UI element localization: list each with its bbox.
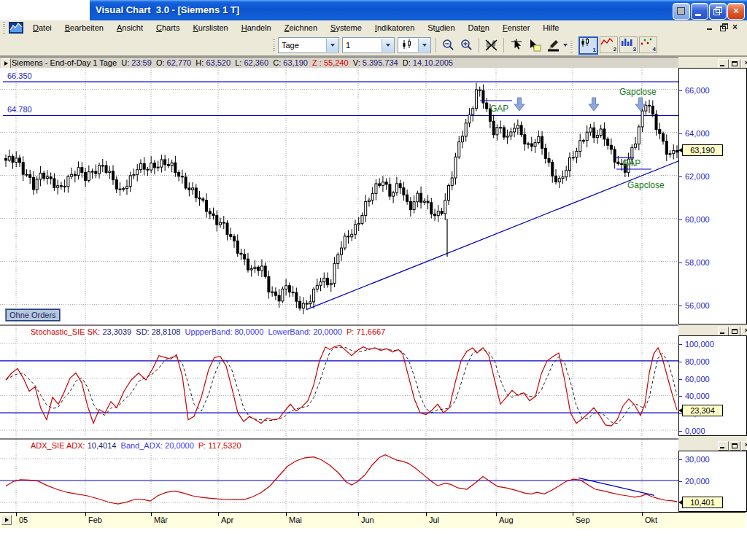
sd-line bbox=[6, 347, 677, 424]
chart-window-1-button[interactable]: 1 bbox=[578, 36, 598, 55]
toolbar: Tage 1 1234 bbox=[0, 35, 747, 55]
adx-chart-pane[interactable]: ADX_SIE ADX: 10,4014 Band_ADX: 20,0000 P… bbox=[0, 440, 678, 512]
header-segment: 20,0000 bbox=[163, 441, 198, 450]
app-icon[interactable] bbox=[9, 22, 23, 35]
restore-icon bbox=[710, 4, 726, 19]
menu-item-studien[interactable]: Studien bbox=[421, 22, 461, 34]
pointer-icon[interactable] bbox=[508, 38, 524, 53]
mdi-restore-icon[interactable] bbox=[719, 23, 728, 31]
time-axis-label: Okt bbox=[645, 516, 657, 524]
header-segment: 63,190 bbox=[281, 58, 312, 67]
time-axis-label: Jul bbox=[429, 516, 439, 524]
axis-label: 30,000 bbox=[685, 455, 710, 464]
sk-line bbox=[6, 345, 677, 426]
header-segment: ADX_SIE bbox=[31, 441, 66, 450]
menu-item-fenster[interactable]: Fenster bbox=[496, 22, 536, 34]
time-axis-tick bbox=[286, 513, 287, 516]
menu-item-systeme[interactable]: Systeme bbox=[324, 22, 368, 34]
gap-down-arrow-icon bbox=[589, 98, 599, 111]
mdi-window-controls: × bbox=[706, 23, 741, 31]
time-axis-label: Mär bbox=[154, 516, 168, 524]
toolbar-grip-handle[interactable] bbox=[273, 39, 275, 51]
menu-item-daten[interactable]: Daten bbox=[462, 22, 496, 34]
interval-combo-dropdown-icon[interactable] bbox=[382, 39, 394, 52]
header-segment: 23:59 bbox=[129, 58, 156, 67]
price-axis-column: × 56,00058,00060,00062,00064,00066,00063… bbox=[678, 57, 747, 512]
menu-item-zeichnen[interactable]: Zeichnen bbox=[278, 22, 324, 34]
candlestick-style-icon bbox=[398, 39, 418, 51]
time-axis-tick bbox=[218, 513, 219, 516]
mdi-minimize-icon[interactable] bbox=[706, 23, 715, 31]
axis-label: 66,000 bbox=[685, 86, 710, 95]
time-axis-label: Sep bbox=[576, 516, 590, 524]
toolbar-grip-handle[interactable] bbox=[570, 41, 573, 52]
chart-window-3-button[interactable]: 3 bbox=[619, 36, 638, 53]
header-segment: P: bbox=[198, 441, 206, 450]
header-segment: O: bbox=[156, 58, 165, 67]
svg-text:Gapclose: Gapclose bbox=[619, 87, 657, 97]
axis-tick-mark bbox=[679, 90, 682, 91]
header-segment: 63,520 bbox=[204, 58, 235, 67]
stochastic-axis[interactable]: 0,00020,00040,00060,00080,000100,00023,3… bbox=[678, 335, 747, 436]
minimize-button[interactable] bbox=[691, 3, 708, 20]
chart-window-4-button[interactable]: 4 bbox=[639, 36, 657, 53]
period-combo-dropdown-icon[interactable] bbox=[326, 39, 338, 52]
pointer-note-icon[interactable] bbox=[527, 38, 542, 53]
menu-items: DateiBearbeitenAnsichtChartsKurslistenHa… bbox=[26, 20, 565, 35]
interval-combo[interactable]: 1 bbox=[342, 37, 395, 53]
pane-minimize-icon[interactable] bbox=[718, 441, 729, 451]
zoom-in-icon[interactable] bbox=[459, 38, 474, 53]
mdi-close-icon[interactable]: × bbox=[732, 23, 741, 31]
menu-item-hilfe[interactable]: Hilfe bbox=[536, 22, 565, 34]
window-mode-button[interactable] bbox=[673, 3, 690, 20]
time-axis-scroll-button[interactable] bbox=[1, 515, 12, 525]
bar-style-dropdown-icon[interactable] bbox=[418, 39, 430, 52]
chart-window-2-button[interactable]: 2 bbox=[600, 36, 618, 53]
axis-label: 56,000 bbox=[685, 301, 710, 310]
stochastic-pane-header: Stochastic_SIE SK: 23,3039 SD: 28,8108 U… bbox=[29, 327, 387, 336]
axis-tick-mark bbox=[679, 431, 682, 432]
header-segment: UppperBand: bbox=[185, 327, 233, 336]
restore-button[interactable] bbox=[709, 3, 727, 20]
period-combo[interactable]: Tage bbox=[278, 37, 339, 53]
pane-maximize-icon[interactable] bbox=[729, 441, 740, 451]
deactivate-series-icon[interactable] bbox=[484, 38, 499, 53]
ohne-orders-badge[interactable]: Ohne Orders bbox=[6, 309, 60, 321]
header-segment: P: bbox=[347, 327, 354, 336]
gap-down-arrow-icon bbox=[514, 98, 525, 111]
menu-item-kurslisten[interactable]: Kurslisten bbox=[186, 22, 234, 34]
axis-tick-mark bbox=[679, 306, 682, 306]
pane-scroll-left-button[interactable] bbox=[1, 58, 11, 69]
menu-item-handeln[interactable]: Handeln bbox=[235, 22, 278, 34]
toolbar-separator bbox=[503, 38, 504, 52]
axis-label: 58,000 bbox=[685, 258, 710, 267]
draw-pen-icon[interactable] bbox=[545, 38, 560, 53]
menu-item-datei[interactable]: Datei bbox=[26, 22, 58, 34]
time-axis-tick bbox=[16, 513, 17, 516]
pane-close-icon[interactable]: × bbox=[741, 441, 747, 451]
menu-item-bearbeiten[interactable]: Bearbeiten bbox=[58, 22, 110, 34]
price-chart-pane[interactable]: 66.35064.780GapcloseGAPGAPGapclose Ohne … bbox=[0, 68, 678, 324]
draw-pen-dropdown-icon[interactable] bbox=[563, 44, 568, 47]
toolbar-separator bbox=[436, 38, 436, 52]
adx-chart-svg bbox=[0, 440, 678, 512]
time-axis[interactable]: 05FebMärAprMaiJunJulAugSepOkt bbox=[0, 512, 746, 528]
menu-item-indikatoren[interactable]: Indikatoren bbox=[368, 22, 421, 34]
adx-axis[interactable]: 20,00030,00010,401 bbox=[678, 451, 747, 512]
header-segment: Siemens - End-of-Day 1 Tage bbox=[12, 58, 121, 67]
zoom-out-icon[interactable] bbox=[441, 38, 456, 53]
title-bar[interactable]: Visual Chart 3.0 - [Siemens 1 T] × bbox=[90, 0, 747, 21]
menu-item-charts[interactable]: Charts bbox=[150, 22, 186, 34]
price-chart-svg: 66.35064.780GapcloseGAPGAPGapclose bbox=[0, 68, 678, 324]
stochastic-chart-pane[interactable]: Stochastic_SIE SK: 23,3039 SD: 28,8108 U… bbox=[0, 326, 678, 438]
menu-item-ansicht[interactable]: Ansicht bbox=[110, 22, 150, 34]
axis-label: 60,000 bbox=[685, 375, 710, 384]
menu-grip-handle[interactable] bbox=[3, 22, 5, 34]
header-segment: 55,240 bbox=[322, 58, 353, 67]
price-axis[interactable]: 56,00058,00060,00062,00064,00066,00063,1… bbox=[678, 68, 747, 324]
bar-style-combo[interactable] bbox=[398, 37, 431, 53]
axis-label: 64,000 bbox=[685, 129, 710, 138]
close-button[interactable]: × bbox=[727, 3, 745, 20]
interval-combo-value: 1 bbox=[343, 41, 382, 50]
header-segment: 23,3039 bbox=[100, 327, 136, 336]
